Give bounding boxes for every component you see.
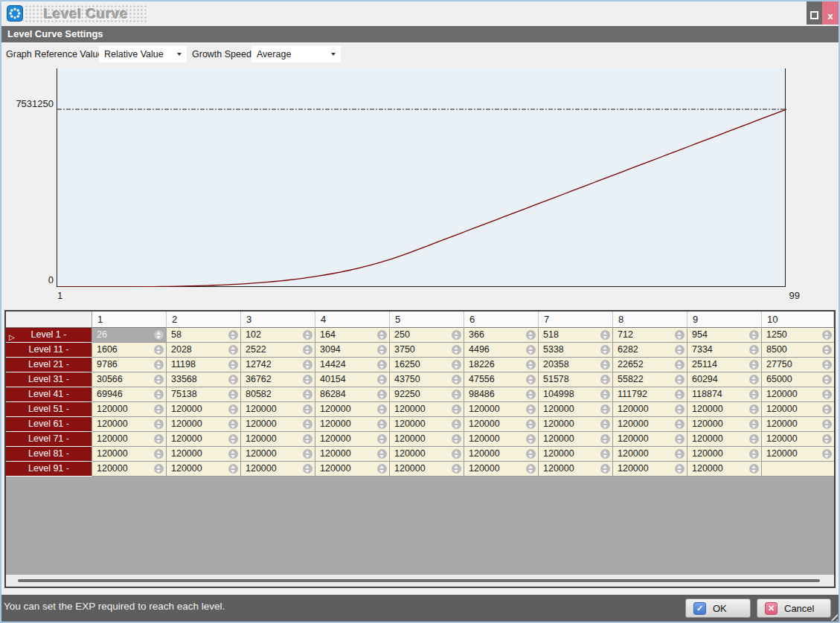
spin-button-icon[interactable]	[600, 375, 610, 384]
exp-cell-level-24[interactable]: 14424	[315, 358, 390, 372]
horizontal-scrollbar[interactable]	[6, 575, 834, 587]
spin-button-icon[interactable]	[526, 375, 536, 384]
exp-cell-level-25[interactable]: 16250	[390, 358, 464, 372]
row-header-level-41[interactable]: Level 41 -	[6, 387, 92, 402]
spin-button-icon[interactable]	[526, 434, 536, 444]
exp-cell-level-98[interactable]: 120000	[613, 462, 687, 477]
spin-button-icon[interactable]	[377, 360, 387, 369]
exp-cell-level-34[interactable]: 40154	[315, 372, 390, 387]
exp-cell-level-31[interactable]: 30566	[92, 372, 167, 387]
spin-button-icon[interactable]	[154, 330, 164, 340]
exp-cell-level-95[interactable]: 120000	[390, 462, 464, 477]
spin-button-icon[interactable]	[154, 390, 164, 399]
spin-button-icon[interactable]	[749, 360, 759, 369]
exp-cell-level-20[interactable]: 8500	[762, 343, 834, 358]
exp-cell-level-23[interactable]: 12742	[241, 358, 315, 372]
exp-cell-level-9[interactable]: 954	[687, 328, 762, 343]
exp-cell-level-91[interactable]: 120000	[92, 462, 167, 477]
exp-cell-level-61[interactable]: 120000	[92, 417, 167, 432]
row-header-level-11[interactable]: Level 11 -	[6, 343, 92, 358]
spin-button-icon[interactable]	[675, 375, 684, 384]
spin-button-icon[interactable]	[526, 419, 536, 429]
spin-button-icon[interactable]	[822, 449, 832, 459]
exp-cell-level-47[interactable]: 104998	[539, 387, 613, 402]
spin-button-icon[interactable]	[154, 434, 164, 444]
spin-button-icon[interactable]	[154, 449, 164, 459]
row-header-level-31[interactable]: Level 31 -	[6, 372, 92, 387]
spin-button-icon[interactable]	[303, 434, 312, 444]
spin-button-icon[interactable]	[526, 464, 536, 474]
spin-button-icon[interactable]	[749, 404, 759, 414]
spin-button-icon[interactable]	[675, 404, 684, 414]
spin-button-icon[interactable]	[452, 390, 461, 399]
exp-cell-level-19[interactable]: 7334	[687, 343, 762, 358]
spin-button-icon[interactable]	[675, 345, 684, 355]
spin-button-icon[interactable]	[303, 419, 312, 429]
maximize-button[interactable]	[807, 1, 822, 25]
spin-button-icon[interactable]	[154, 404, 164, 414]
spin-button-icon[interactable]	[600, 464, 610, 474]
exp-cell-level-35[interactable]: 43750	[390, 372, 464, 387]
exp-cell-level-46[interactable]: 98486	[464, 387, 539, 402]
spin-button-icon[interactable]	[452, 464, 461, 474]
exp-cell-level-15[interactable]: 3750	[390, 343, 464, 358]
exp-cell-level-21[interactable]: 9786	[92, 358, 167, 372]
exp-cell-level-13[interactable]: 2522	[241, 343, 315, 358]
exp-cell-level-62[interactable]: 120000	[167, 417, 241, 432]
exp-cell-level-32[interactable]: 33568	[167, 372, 241, 387]
exp-cell-level-73[interactable]: 120000	[241, 432, 315, 447]
close-button[interactable]: x	[822, 1, 839, 25]
exp-cell-level-12[interactable]: 2028	[167, 343, 241, 358]
exp-cell-level-5[interactable]: 250	[390, 328, 464, 343]
spin-button-icon[interactable]	[675, 360, 684, 369]
spin-button-icon[interactable]	[749, 390, 759, 399]
spin-button-icon[interactable]	[526, 360, 536, 369]
exp-cell-level-33[interactable]: 36762	[241, 372, 315, 387]
spin-button-icon[interactable]	[377, 345, 387, 355]
row-header-level-51[interactable]: Level 51 -	[6, 402, 92, 417]
exp-cell-level-48[interactable]: 111792	[613, 387, 687, 402]
spin-button-icon[interactable]	[228, 434, 238, 444]
exp-cell-level-36[interactable]: 47556	[464, 372, 539, 387]
exp-cell-level-2[interactable]: 58	[167, 328, 241, 343]
spin-button-icon[interactable]	[303, 330, 312, 340]
row-header-level-71[interactable]: Level 71 -	[6, 432, 92, 447]
exp-cell-level-49[interactable]: 118874	[687, 387, 762, 402]
spin-button-icon[interactable]	[228, 330, 238, 340]
exp-cell-level-44[interactable]: 86284	[315, 387, 390, 402]
exp-cell-level-27[interactable]: 20358	[539, 358, 613, 372]
spin-button-icon[interactable]	[675, 464, 684, 474]
exp-cell-level-54[interactable]: 120000	[315, 402, 390, 417]
spin-button-icon[interactable]	[526, 390, 536, 399]
exp-cell-level-71[interactable]: 120000	[92, 432, 167, 447]
exp-cell-level-83[interactable]: 120000	[241, 447, 315, 462]
ok-button[interactable]: ✓ OK	[685, 598, 751, 618]
spin-button-icon[interactable]	[600, 434, 610, 444]
spin-button-icon[interactable]	[228, 390, 238, 399]
spin-button-icon[interactable]	[822, 360, 832, 369]
spin-button-icon[interactable]	[452, 330, 461, 340]
exp-cell-level-75[interactable]: 120000	[390, 432, 464, 447]
spin-button-icon[interactable]	[600, 419, 610, 429]
spin-button-icon[interactable]	[675, 330, 684, 340]
exp-cell-level-26[interactable]: 18226	[464, 358, 539, 372]
spin-button-icon[interactable]	[228, 404, 238, 414]
spin-button-icon[interactable]	[452, 375, 461, 384]
exp-cell-level-37[interactable]: 51578	[539, 372, 613, 387]
spin-button-icon[interactable]	[303, 360, 312, 369]
exp-cell-level-14[interactable]: 3094	[315, 343, 390, 358]
spin-button-icon[interactable]	[600, 330, 610, 340]
exp-cell-level-40[interactable]: 65000	[762, 372, 834, 387]
exp-cell-level-99[interactable]: 120000	[687, 462, 762, 477]
exp-cell-level-66[interactable]: 120000	[464, 417, 539, 432]
spin-button-icon[interactable]	[452, 449, 461, 459]
row-header-level-61[interactable]: Level 61 -	[6, 417, 92, 432]
graph-reference-select[interactable]: Relative Value	[99, 46, 187, 62]
exp-cell-level-11[interactable]: 1606	[92, 343, 167, 358]
spin-button-icon[interactable]	[303, 375, 312, 384]
spin-button-icon[interactable]	[749, 464, 759, 474]
spin-button-icon[interactable]	[749, 375, 759, 384]
spin-button-icon[interactable]	[452, 345, 461, 355]
exp-cell-level-96[interactable]: 120000	[464, 462, 539, 477]
exp-cell-level-6[interactable]: 366	[464, 328, 539, 343]
